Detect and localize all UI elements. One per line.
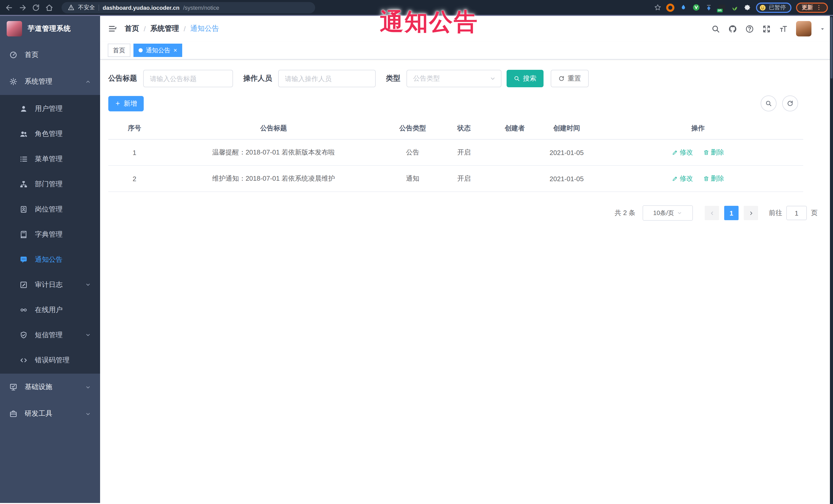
chevron-up-icon <box>85 79 91 85</box>
sidebar-item-online-users[interactable]: 在线用户 <box>0 297 100 322</box>
browser-home-icon[interactable] <box>45 3 53 11</box>
page-size-select[interactable]: 10条/页 <box>643 205 693 221</box>
sidebar-item-infrastructure[interactable]: 基础设施 <box>0 374 100 400</box>
cell-title: 维护通知：2018-07-01 若依系统凌晨维护 <box>161 166 386 192</box>
kebab-menu-icon[interactable] <box>815 4 822 11</box>
reset-button[interactable]: 重置 <box>551 70 589 87</box>
col-creator: 创建者 <box>489 118 541 139</box>
tab-notice[interactable]: 通知公告 × <box>134 44 182 57</box>
hamburger-icon[interactable] <box>108 24 117 33</box>
trash-icon <box>703 175 709 182</box>
cell-status: 开启 <box>439 166 489 192</box>
close-tab-icon[interactable]: × <box>173 47 177 53</box>
notice-type-select[interactable]: 公告类型 <box>406 70 501 87</box>
sidebar-item-roles[interactable]: 角色管理 <box>0 121 100 146</box>
tab-home[interactable]: 首页 <box>108 44 130 57</box>
scrollbar-thumb[interactable] <box>830 17 832 78</box>
app-title: 芋道管理系统 <box>28 24 71 33</box>
profile-paused-pill[interactable]: 已暂停 <box>756 2 791 13</box>
sidebar-item-home[interactable]: 首页 <box>0 42 100 68</box>
breadcrumb-system[interactable]: 系统管理 <box>150 24 179 33</box>
type-label: 类型 <box>386 74 400 83</box>
cell-time: 2021-01-05 <box>541 139 593 166</box>
browser-toolbar: 不安全 dashboard.yudao.iocoder.cn/system/no… <box>0 0 833 16</box>
col-actions: 操作 <box>593 118 803 139</box>
browser-update-button[interactable]: 更新 <box>796 2 828 13</box>
app-logo <box>7 21 22 37</box>
breadcrumb-home[interactable]: 首页 <box>125 24 139 33</box>
sidebar-item-menus[interactable]: 菜单管理 <box>0 146 100 171</box>
font-size-icon[interactable] <box>779 24 788 33</box>
goto-label: 前往 <box>769 208 782 218</box>
browser-back-icon[interactable] <box>5 3 13 11</box>
refresh-table-button[interactable] <box>782 95 798 111</box>
fullscreen-icon[interactable] <box>762 24 771 33</box>
operator-input[interactable] <box>278 70 376 87</box>
browser-reload-icon[interactable] <box>32 3 40 11</box>
next-page-button[interactable] <box>744 206 758 220</box>
caret-down-icon[interactable] <box>820 26 825 31</box>
delete-button[interactable]: 删除 <box>703 148 724 157</box>
add-button[interactable]: 新增 <box>108 96 144 111</box>
toolbox-icon <box>9 410 18 418</box>
sidebar-item-departments[interactable]: 部门管理 <box>0 171 100 197</box>
active-tab-dot <box>139 48 143 52</box>
sidebar-item-users[interactable]: 用户管理 <box>0 96 100 121</box>
prev-page-button[interactable] <box>705 206 719 220</box>
table-header-row: 序号 公告标题 公告类型 状态 创建者 创建时间 操作 <box>108 118 803 139</box>
sidebar-item-posts[interactable]: 岗位管理 <box>0 197 100 222</box>
chevron-down-icon <box>85 332 91 338</box>
sidebar-item-notice[interactable]: 通知公告 <box>0 247 100 272</box>
user-icon <box>20 104 28 113</box>
refresh-icon <box>787 100 793 107</box>
extension-icon-blue-diamond[interactable] <box>705 3 713 11</box>
col-title: 公告标题 <box>161 118 386 139</box>
extension-icon-blue-drop[interactable] <box>679 3 687 11</box>
edit-button[interactable]: 修改 <box>672 148 693 157</box>
address-divider <box>98 4 99 10</box>
pencil-icon <box>672 175 678 182</box>
page-content: 公告标题 操作人员 类型 公告类型 <box>100 59 833 503</box>
sidebar-item-audit-log[interactable]: 审计日志 <box>0 272 100 297</box>
app-logo-row[interactable]: 芋道管理系统 <box>0 16 100 42</box>
browser-extensions-area: on 已暂停 更新 <box>654 2 828 13</box>
github-icon[interactable] <box>728 24 737 33</box>
col-status: 状态 <box>439 118 489 139</box>
search-icon[interactable] <box>711 24 720 33</box>
extension-icon-on-badge[interactable]: on <box>717 3 726 11</box>
table-toolbar: 新增 <box>108 95 825 111</box>
search-button[interactable]: 搜索 <box>506 70 544 87</box>
edit-button[interactable]: 修改 <box>672 174 693 183</box>
cell-creator <box>489 166 541 192</box>
goto-page-input[interactable] <box>786 206 807 220</box>
extension-icon-puzzle[interactable] <box>743 3 752 11</box>
trash-icon <box>703 149 709 155</box>
sidebar-item-sms[interactable]: 短信管理 <box>0 322 100 347</box>
pagination: 共 2 条 10条/页 1 前往 页 <box>108 205 825 221</box>
sidebar-item-dev-tools[interactable]: 研发工具 <box>0 400 100 427</box>
delete-button[interactable]: 删除 <box>703 174 724 183</box>
extension-icon-green-leaf[interactable] <box>730 3 739 11</box>
toggle-search-button[interactable] <box>761 95 777 111</box>
extension-icon-green-v[interactable] <box>692 3 700 11</box>
search-icon <box>514 75 520 81</box>
address-bar[interactable]: 不安全 dashboard.yudao.iocoder.cn/system/no… <box>62 2 315 13</box>
sidebar-item-system[interactable]: 系统管理 <box>0 68 100 95</box>
col-type: 公告类型 <box>386 118 439 139</box>
breadcrumb-current: 通知公告 <box>190 24 219 33</box>
chevron-right-icon <box>748 210 754 216</box>
current-page-button[interactable]: 1 <box>724 206 739 220</box>
notice-title-input[interactable] <box>143 70 233 87</box>
cell-title: 温馨提醒：2018-07-01 若依新版本发布啦 <box>161 139 386 166</box>
sidebar-item-error-codes[interactable]: 错误码管理 <box>0 347 100 373</box>
browser-forward-icon[interactable] <box>19 3 27 11</box>
window-scrollbar[interactable] <box>830 16 833 504</box>
bookmark-star-icon[interactable] <box>654 4 662 11</box>
breadcrumb: 首页 / 系统管理 / 通知公告 <box>125 24 219 33</box>
cell-actions: 修改 删除 <box>593 166 803 192</box>
extension-icon-orange-ring[interactable] <box>666 3 674 11</box>
pencil-icon <box>672 149 678 155</box>
help-icon[interactable] <box>745 24 754 33</box>
sidebar-item-dict[interactable]: 字典管理 <box>0 222 100 247</box>
user-avatar[interactable] <box>796 21 811 37</box>
